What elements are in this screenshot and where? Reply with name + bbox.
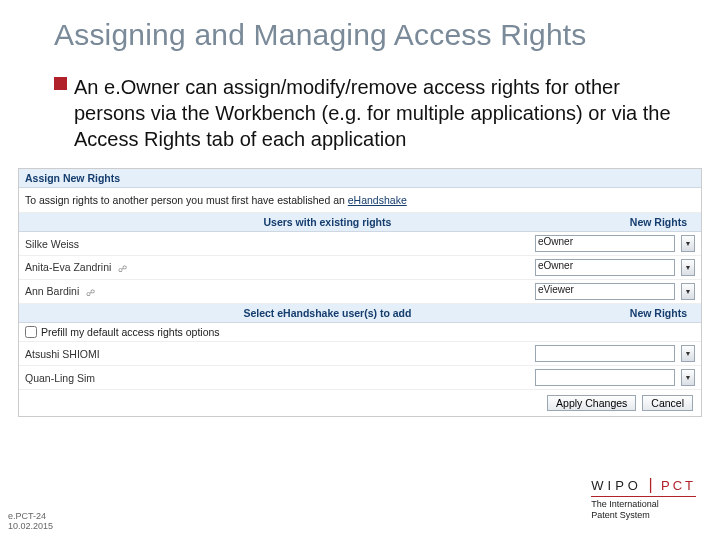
- chevron-down-icon[interactable]: ▼: [681, 369, 695, 386]
- select-users-header: Select eHandshake user(s) to add New Rig…: [19, 304, 701, 323]
- user-badge-icon: ☍: [118, 264, 127, 274]
- prefill-checkbox[interactable]: [25, 326, 37, 338]
- select-users-rights-label: New Rights: [630, 307, 695, 319]
- assign-new-rights-label: Assign New Rights: [25, 172, 120, 184]
- user-name: Ann Bardini ☍: [25, 285, 495, 297]
- footer-tagline-2: Patent System: [591, 510, 696, 520]
- role-select[interactable]: eOwner: [535, 235, 675, 252]
- button-row: Apply Changes Cancel: [19, 390, 701, 416]
- chevron-down-icon[interactable]: ▼: [681, 259, 695, 276]
- existing-users-rights-label: New Rights: [630, 216, 695, 228]
- user-name: Anita-Eva Zandrini ☍: [25, 261, 495, 273]
- add-user-name: Quan-Ling Sim: [25, 372, 495, 384]
- existing-users-header: Users with existing rights New Rights: [19, 213, 701, 232]
- chevron-down-icon[interactable]: ▼: [681, 345, 695, 362]
- assign-info-text: To assign rights to another person you m…: [25, 194, 348, 206]
- doc-date: 10.02.2015: [8, 522, 53, 532]
- wipo-logo-text: WIPO: [591, 478, 642, 493]
- add-user-name: Atsushi SHIOMI: [25, 348, 495, 360]
- slide-title: Assigning and Managing Access Rights: [0, 18, 720, 52]
- pct-logo-text: PCT: [661, 478, 696, 493]
- chevron-down-icon[interactable]: ▼: [681, 283, 695, 300]
- apply-changes-button[interactable]: Apply Changes: [547, 395, 636, 411]
- slide: Assigning and Managing Access Rights An …: [0, 0, 720, 540]
- footer-tagline-1: The International: [591, 499, 696, 509]
- role-select[interactable]: eViewer: [535, 283, 675, 300]
- bullet-text: An e.Owner can assign/modify/remove acce…: [74, 74, 680, 152]
- user-row: Anita-Eva Zandrini ☍ eOwner ▼: [19, 256, 701, 280]
- prefill-row: Prefill my default access rights options: [19, 323, 701, 342]
- role-select[interactable]: [535, 345, 675, 362]
- select-users-label: Select eHandshake user(s) to add: [25, 307, 630, 319]
- pipe-icon: |: [648, 476, 652, 493]
- user-row: Silke Weiss eOwner ▼: [19, 232, 701, 256]
- user-row: Ann Bardini ☍ eViewer ▼: [19, 280, 701, 304]
- slide-body: An e.Owner can assign/modify/remove acce…: [0, 52, 720, 152]
- assign-info-row: To assign rights to another person you m…: [19, 188, 701, 213]
- assign-new-rights-header: Assign New Rights: [19, 169, 701, 188]
- footer-left: e.PCT-24 10.02.2015: [8, 512, 53, 532]
- user-badge-icon: ☍: [86, 288, 95, 298]
- role-select[interactable]: eOwner: [535, 259, 675, 276]
- footer-right: WIPO | PCT The International Patent Syst…: [591, 476, 696, 520]
- screenshot-panel: Assign New Rights To assign rights to an…: [18, 168, 702, 417]
- user-name: Silke Weiss: [25, 238, 495, 250]
- ehandshake-link[interactable]: eHandshake: [348, 194, 407, 206]
- cancel-button[interactable]: Cancel: [642, 395, 693, 411]
- footer-divider: [591, 496, 696, 497]
- add-user-row: Atsushi SHIOMI ▼: [19, 342, 701, 366]
- role-select[interactable]: [535, 369, 675, 386]
- add-user-row: Quan-Ling Sim ▼: [19, 366, 701, 390]
- prefill-label: Prefill my default access rights options: [41, 326, 220, 338]
- chevron-down-icon[interactable]: ▼: [681, 235, 695, 252]
- existing-users-label: Users with existing rights: [25, 216, 630, 228]
- bullet-icon: [54, 77, 67, 90]
